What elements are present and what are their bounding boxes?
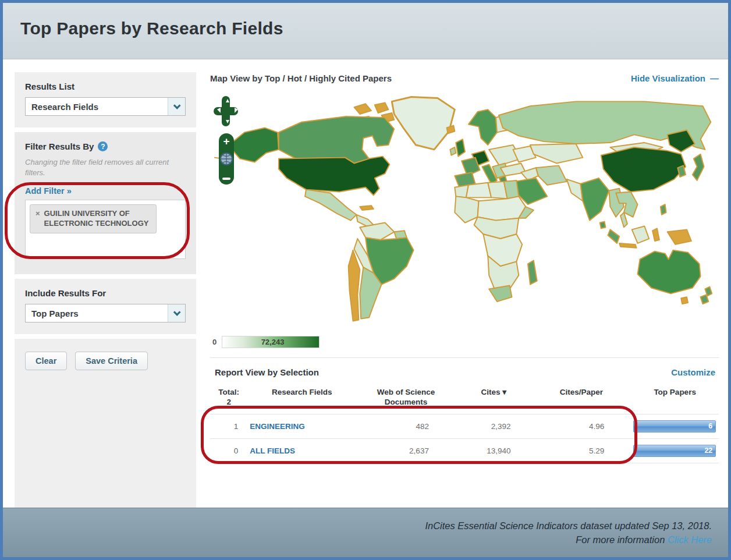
filter-chip-label: GUILIN UNIVERSITY OF ELECTRONIC TECHNOLO…	[44, 209, 151, 229]
include-results-label: Include Results For	[25, 288, 186, 298]
pan-control-icon[interactable]	[214, 96, 238, 126]
map-controls[interactable]: +	[212, 95, 243, 190]
results-list-section: Results List Research Fields	[15, 72, 196, 127]
remove-filter-icon[interactable]: ×	[36, 209, 40, 229]
table-row: 0 ALL FIELDS 2,637 13,940 5.29 22	[210, 438, 719, 463]
row-rank: 1	[210, 414, 247, 438]
dataset-updated-text: InCites Essential Science Indicators dat…	[425, 520, 712, 531]
hide-visualization-link[interactable]: Hide Visualization—	[631, 73, 719, 83]
results-list-dropdown[interactable]: Research Fields	[25, 97, 186, 116]
legend-gradient: 72,243	[222, 336, 320, 348]
results-list-label: Results List	[25, 81, 186, 91]
row-rank: 0	[210, 438, 247, 463]
clear-button[interactable]: Clear	[25, 352, 67, 370]
cites-value: 2,392	[456, 414, 532, 438]
click-here-link[interactable]: Click Here	[668, 534, 712, 545]
sort-down-icon: ▾	[502, 388, 506, 396]
customize-link[interactable]: Customize	[671, 367, 715, 377]
legend-max: 72,243	[261, 338, 285, 346]
report-table: Total:2 Research Fields Web of Science D…	[210, 383, 719, 463]
map-legend: 0 72,243	[212, 336, 719, 348]
cites-paper-value: 4.96	[532, 414, 631, 438]
top-papers-bar[interactable]: 6	[633, 420, 716, 433]
include-results-value: Top Papers	[31, 309, 79, 318]
save-criteria-button[interactable]: Save Criteria	[75, 352, 148, 370]
content-area: Results List Research Fields Filter Resu…	[3, 59, 728, 508]
zoom-out-icon	[222, 178, 230, 180]
filter-section: Filter Results By ? Changing the filter …	[15, 132, 196, 274]
add-filter-link[interactable]: Add Filter »	[25, 186, 72, 196]
col-research-fields[interactable]: Research Fields	[247, 383, 356, 414]
world-map[interactable]: +	[210, 91, 719, 327]
help-icon[interactable]: ?	[98, 141, 108, 151]
cites-value: 13,940	[456, 438, 532, 463]
active-filters-box: × GUILIN UNIVERSITY OF ELECTRONIC TECHNO…	[25, 200, 186, 259]
title-bar: Top Papers by Research Fields	[3, 3, 728, 59]
results-list-value: Research Fields	[31, 102, 98, 112]
map-view-title: Map View by Top / Hot / Highly Cited Pap…	[210, 73, 392, 83]
visualization-panel: Map View by Top / Hot / Highly Cited Pap…	[196, 59, 728, 508]
page-title: Top Papers by Research Fields	[20, 19, 728, 38]
zoom-control[interactable]: +	[219, 133, 234, 185]
include-results-dropdown[interactable]: Top Papers	[25, 304, 186, 322]
docs-value: 2,637	[356, 438, 456, 463]
minus-icon: —	[710, 73, 719, 83]
col-top-papers[interactable]: Top Papers	[631, 383, 719, 414]
filter-chip[interactable]: × GUILIN UNIVERSITY OF ELECTRONIC TECHNO…	[30, 204, 157, 233]
col-cites-sorted[interactable]: Cites ▾	[456, 383, 532, 414]
zoom-in-icon: +	[223, 135, 229, 147]
include-results-section: Include Results For Top Papers	[15, 279, 196, 334]
table-row: 1 ENGINEERING 482 2,392 4.96 6	[210, 414, 719, 438]
criteria-buttons-section: Clear Save Criteria	[15, 339, 196, 508]
field-link[interactable]: ENGINEERING	[247, 414, 356, 438]
app-window: Top Papers by Research Fields Results Li…	[0, 0, 731, 560]
footer-bar: InCites Essential Science Indicators dat…	[3, 508, 728, 557]
col-total: Total:2	[210, 383, 247, 414]
field-link[interactable]: ALL FIELDS	[247, 438, 356, 463]
map-land	[215, 97, 712, 321]
chevron-down-icon[interactable]	[168, 304, 185, 322]
chevron-down-icon[interactable]	[168, 98, 185, 115]
filter-note: Changing the filter field removes all cu…	[25, 157, 186, 178]
sidebar: Results List Research Fields Filter Resu…	[15, 72, 196, 508]
docs-value: 482	[356, 414, 456, 438]
cites-paper-value: 5.29	[532, 438, 631, 463]
col-wos-documents[interactable]: Web of Science Documents	[356, 383, 456, 414]
report-view-title: Report View by Selection	[215, 367, 319, 377]
choropleth-map[interactable]	[210, 91, 719, 327]
legend-min: 0	[212, 338, 217, 346]
more-info-text: For more information Click Here	[576, 534, 712, 545]
col-cites-paper[interactable]: Cites/Paper	[532, 383, 631, 414]
top-papers-bar[interactable]: 22	[633, 445, 716, 457]
filter-label: Filter Results By	[25, 141, 94, 151]
